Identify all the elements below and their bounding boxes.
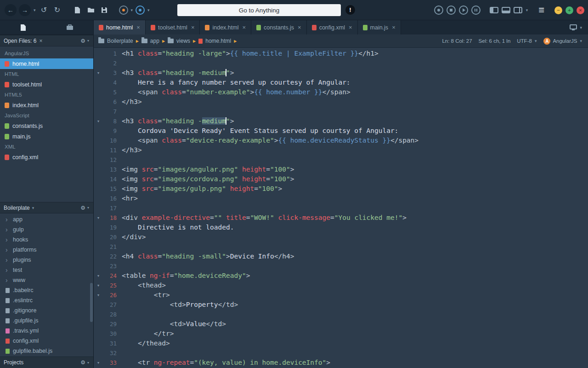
code-line[interactable]: 5 <span class="number-example">{{ home.n… — [94, 87, 588, 97]
fold-arrow-icon[interactable]: ▾ — [94, 68, 103, 78]
new-file-icon[interactable] — [72, 5, 83, 16]
notification-icon[interactable]: ! — [345, 5, 355, 15]
tree-file-.babelrc[interactable]: .babelrc — [0, 285, 93, 295]
places-dropdown-icon[interactable]: ▾ — [32, 206, 34, 210]
tree-folder-gulp[interactable]: ›gulp — [0, 224, 93, 235]
open-file-main.js[interactable]: main.js — [0, 131, 93, 142]
pause-macro-icon[interactable] — [471, 6, 481, 15]
code-line[interactable]: ▾3<h3 class="heading -medium"> — [94, 68, 588, 78]
code-line[interactable]: ▾26 <tr> — [94, 290, 588, 300]
fold-arrow-icon[interactable]: ▾ — [94, 358, 103, 368]
tree-file-.eslintrc[interactable]: .eslintrc — [0, 295, 93, 305]
open-files-close-icon[interactable]: × — [39, 38, 42, 44]
code-line[interactable]: 17 — [94, 203, 588, 213]
fold-arrow-icon[interactable]: ▾ — [94, 290, 103, 300]
browser-preview-icon[interactable] — [136, 6, 145, 15]
open-file-config.xml[interactable]: config.xml — [0, 152, 93, 162]
stop-macro-icon[interactable] — [447, 6, 456, 15]
window-close-button[interactable]: × — [577, 6, 584, 14]
browser-preview-dropdown-icon[interactable]: ▾ — [147, 8, 150, 12]
encoding-selector[interactable]: UTF-8 ▾ — [517, 38, 537, 44]
language-selector[interactable]: A AngularJS ▾ — [543, 38, 582, 45]
main-menu-icon[interactable]: ≡ — [537, 5, 545, 15]
undo-button[interactable]: ↺ — [39, 5, 50, 16]
tree-file-gulpfile.babel.js[interactable]: gulpfile.babel.js — [0, 346, 93, 356]
code-line[interactable]: ▾25 <thead> — [94, 281, 588, 290]
tab-home.html[interactable]: home.html× — [94, 20, 146, 34]
code-editor[interactable]: 1<h1 class="heading -large">{{ home.titl… — [94, 48, 588, 368]
toggle-left-pane-icon[interactable] — [490, 7, 498, 13]
redo-button[interactable]: ↻ — [52, 5, 63, 16]
tree-folder-hooks[interactable]: ›hooks — [0, 235, 93, 245]
code-line[interactable]: 27 <td>Property</td> — [94, 300, 588, 310]
tab-index.html[interactable]: index.html× — [200, 20, 251, 34]
code-line[interactable]: 14<img src="images/cordova.png" height="… — [94, 174, 588, 184]
code-line[interactable]: 11</h3> — [94, 145, 588, 155]
open-folder-icon[interactable] — [85, 5, 96, 16]
code-line[interactable]: 20</div> — [94, 232, 588, 242]
pane-layout-dropdown-icon[interactable]: ▾ — [526, 8, 528, 12]
code-line[interactable]: 9 Cordova 'Device Ready' Event Status se… — [94, 126, 588, 136]
places-title[interactable]: Boilerplate — [4, 205, 30, 211]
breadcrumb-item-home.html[interactable]: home.html — [198, 38, 231, 44]
code-line[interactable]: 13<img src="images/angular.png" height="… — [94, 165, 588, 174]
code-line[interactable]: 7 — [94, 107, 588, 116]
code-line[interactable]: 22<h4 class="heading -small">Device Info… — [94, 252, 588, 261]
code-line[interactable]: 4 Here is a fancy number served up court… — [94, 78, 588, 87]
open-files-gear-icon[interactable]: ⚙ — [80, 38, 85, 44]
files-pane-tab[interactable] — [0, 20, 47, 34]
projects-gear-dropdown-icon[interactable]: ▾ — [87, 361, 89, 365]
tree-file-.gulpfile.js[interactable]: .gulpfile.js — [0, 316, 93, 326]
projects-title[interactable]: Projects — [4, 359, 23, 366]
tab-main.js[interactable]: main.js× — [358, 20, 401, 34]
tree-folder-test[interactable]: ›test — [0, 265, 93, 275]
tree-folder-platforms[interactable]: ›platforms — [0, 245, 93, 255]
fold-arrow-icon[interactable]: ▾ — [94, 271, 103, 281]
code-line[interactable]: ▾18<div example-directive="" title="WOW!… — [94, 213, 588, 223]
breadcrumb-item-views[interactable]: views — [168, 38, 190, 44]
window-minimize-button[interactable]: − — [554, 6, 562, 14]
code-line[interactable]: 2 — [94, 58, 588, 68]
save-icon[interactable] — [99, 5, 110, 16]
code-line[interactable]: 32 — [94, 348, 588, 358]
tab-list-dropdown-icon[interactable]: ▾ — [580, 25, 582, 30]
code-line[interactable]: ▾24<table ng-if="home.deviceReady"> — [94, 271, 588, 281]
fold-arrow-icon[interactable]: ▾ — [94, 281, 103, 290]
sidebar-scrollbar[interactable] — [90, 283, 93, 322]
open-files-gear-dropdown-icon[interactable]: ▾ — [87, 39, 89, 43]
code-line[interactable]: 15<img src="images/gulp.png" height="100… — [94, 184, 588, 194]
code-line[interactable]: 29 <td>Value</td> — [94, 319, 588, 329]
toggle-right-pane-icon[interactable] — [514, 7, 522, 13]
close-icon[interactable]: × — [136, 24, 140, 31]
code-line[interactable]: 21 — [94, 242, 588, 252]
places-gear-dropdown-icon[interactable]: ▾ — [87, 206, 89, 210]
code-line[interactable]: 1<h1 class="heading -large">{{ home.titl… — [94, 49, 588, 58]
tab-constants.js[interactable]: constants.js× — [251, 20, 307, 34]
nav-history-dropdown-icon[interactable]: ▾ — [34, 8, 36, 12]
open-file-index.html[interactable]: index.html — [0, 100, 93, 110]
tree-folder-app[interactable]: ›app — [0, 214, 93, 224]
back-button[interactable]: ← — [5, 4, 17, 16]
fold-arrow-icon[interactable]: ▾ — [94, 116, 103, 126]
open-file-constants.js[interactable]: constants.js — [0, 121, 93, 131]
tree-file-.gitignore[interactable]: .gitignore — [0, 305, 93, 316]
close-icon[interactable]: × — [298, 24, 301, 31]
tree-folder-www[interactable]: ›www — [0, 275, 93, 285]
tree-file-.travis.yml[interactable]: .travis.yml — [0, 326, 93, 336]
tab-config.xml[interactable]: config.xml× — [307, 20, 358, 34]
code-line[interactable]: ▾33 <tr ng-repeat="(key, value) in home.… — [94, 358, 588, 368]
open-file-home.html[interactable]: home.html — [0, 58, 93, 69]
tree-file-config.xml[interactable]: config.xml — [0, 336, 93, 346]
code-line[interactable]: 19 Directive is not loaded. — [94, 223, 588, 232]
breadcrumb-item-Boilerplate[interactable]: Boilerplate — [98, 38, 133, 44]
code-line[interactable]: 31 </thead> — [94, 339, 588, 348]
play-macro-icon[interactable] — [459, 6, 468, 15]
code-line[interactable]: 10 <span class="device-ready-example">{{… — [94, 136, 588, 145]
close-icon[interactable]: × — [349, 24, 352, 31]
close-icon[interactable]: × — [242, 24, 246, 31]
tab-toolset.html[interactable]: toolset.html× — [146, 20, 200, 34]
code-line[interactable]: 28 — [94, 310, 588, 319]
projects-gear-icon[interactable]: ⚙ — [80, 359, 85, 366]
open-file-toolset.html[interactable]: toolset.html — [0, 79, 93, 90]
toggle-bottom-pane-icon[interactable] — [502, 7, 510, 13]
